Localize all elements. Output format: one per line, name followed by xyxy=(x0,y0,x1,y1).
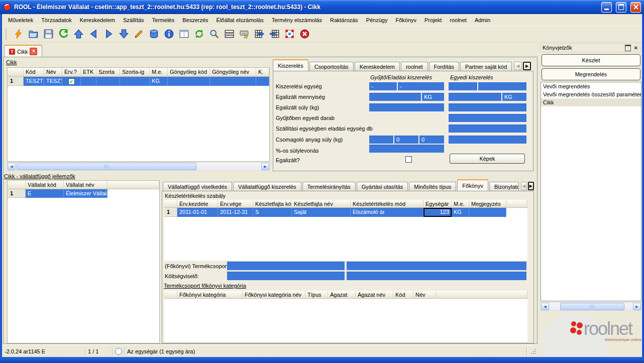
menu-item-szallitas[interactable]: Szállítás xyxy=(119,16,148,25)
toolbar-database-button[interactable] xyxy=(147,28,160,41)
field-gyujto-csomagolo-3[interactable]: 0 xyxy=(419,136,444,144)
tab-csoportositas[interactable]: Csoportosítás xyxy=(309,62,354,71)
cikk-grid-row[interactable]: 1 TESZT TESZT ✓ KG xyxy=(8,77,269,86)
cell-keszletfajta-nev[interactable]: Saját xyxy=(292,208,351,217)
cell-me[interactable]: KG xyxy=(452,208,469,217)
tab-roolnet[interactable]: roolnet xyxy=(401,62,428,71)
col-keszletfajta-nev[interactable]: Készletfajta név xyxy=(292,200,351,208)
cell-erv-vege[interactable]: 2011-12-31 xyxy=(218,208,253,217)
tab-vallalatfuggo-kiszereles[interactable]: Vállalatfüggő kiszerelés xyxy=(233,182,301,191)
bookmark-item-vevoi-osszesito[interactable]: Vevői megrendelés összesítő paramétere xyxy=(541,90,641,98)
tab-close-icon[interactable]: x xyxy=(30,48,37,55)
field-egyedi-me-unit[interactable]: KG xyxy=(502,93,526,101)
bookmark-item-cikk[interactable]: Cikk xyxy=(541,98,641,106)
menu-item-termeny-elszamolas[interactable]: Termény elszámolás xyxy=(268,16,326,25)
field-gyujto-egalizalt-suly[interactable] xyxy=(369,103,444,111)
kategoria-grid[interactable]: Főkönyvi kategória Főkönyvi kategória né… xyxy=(164,291,527,342)
toolbar-lightning-sync-button[interactable] xyxy=(12,28,25,41)
field-egyedi-darab[interactable] xyxy=(449,114,526,122)
col-erv[interactable]: Érv.? xyxy=(62,68,81,77)
cell-megjegyzes[interactable] xyxy=(469,208,506,217)
toolbar-info-button[interactable] xyxy=(162,28,175,41)
col-vallalat-kod[interactable]: Vállalat kód xyxy=(26,181,64,189)
toolbar-edit-button[interactable] xyxy=(132,28,145,41)
tab-termelesiranyitas[interactable]: Termelésirányítás xyxy=(302,182,356,191)
checkbox-checked-icon[interactable]: ✓ xyxy=(68,78,75,85)
tab-gyartasi-utasitas[interactable]: Gyártási utasítás xyxy=(357,182,408,191)
col-agazat[interactable]: Ágazat xyxy=(328,291,356,299)
keszletertekeles-grid-row[interactable]: 1 2011-01-01 2011-12-31 S Saját Elszámol… xyxy=(164,208,527,217)
field-gyujto-csomagolo-2[interactable]: 0 xyxy=(394,136,418,144)
toolbar-grip[interactable] xyxy=(5,28,8,40)
col-kod[interactable]: Kód xyxy=(24,68,44,77)
toolbar-refresh-button[interactable] xyxy=(192,28,205,41)
field-gyujto-mennyiseg[interactable] xyxy=(369,93,421,101)
menu-item-admin[interactable]: Admin xyxy=(471,16,494,25)
toolbar-save-button[interactable] xyxy=(42,28,55,41)
col-szorta[interactable]: Szorta xyxy=(96,68,120,77)
col-nev[interactable]: Név xyxy=(44,68,62,77)
col-agazat-nev[interactable]: Ágazat név xyxy=(356,291,393,299)
menu-item-kereskedelem[interactable]: Kereskedelem xyxy=(76,16,119,25)
menu-item-fokonyv[interactable]: Főkönyv xyxy=(391,16,420,25)
dock-icon[interactable] xyxy=(625,45,631,51)
toolbar-keyboard-input-button[interactable] xyxy=(238,28,251,41)
tab-minosites-tipus[interactable]: Minősítés típus xyxy=(409,182,456,191)
vallalat-grid-row[interactable]: 1 E Élelmiszer Vállalat xyxy=(8,189,159,198)
tab-bizonylatok[interactable]: Bizonylatok xyxy=(489,182,519,191)
field-gyujto-sulylevonas[interactable] xyxy=(369,145,444,153)
kepek-button[interactable]: Képek xyxy=(450,154,525,164)
vallalat-grid[interactable]: Vállalat kód Vállalat név 1 E Élelmiszer… xyxy=(7,180,160,343)
resize-grip-icon[interactable] xyxy=(529,347,538,355)
scroll-thumb[interactable] xyxy=(17,163,196,170)
toolbar-table-append-button[interactable] xyxy=(268,28,281,41)
tab-kereskedelem[interactable]: Kereskedelem xyxy=(355,62,400,71)
cell-szorta[interactable] xyxy=(96,77,120,86)
field-egyedi-egyseg-1[interactable] xyxy=(449,82,477,90)
megrendeles-button[interactable]: Megrendelés xyxy=(542,68,640,80)
cell-vallalat-kod[interactable]: E xyxy=(26,189,64,198)
col-nev[interactable]: Név xyxy=(413,291,436,299)
toolbar-stop-button[interactable] xyxy=(298,28,311,41)
col-megjegyzes[interactable]: Megjegyzés xyxy=(469,200,506,208)
col-gongyoleg-kod[interactable]: Göngyöleg kód xyxy=(168,68,210,77)
field-koltsegviselo-kod[interactable] xyxy=(227,272,345,280)
col-fokonyvi-kategoria[interactable]: Főkönyvi kategória xyxy=(177,291,243,299)
egalizalt-checkbox[interactable] xyxy=(405,156,412,163)
menu-item-muveletek[interactable]: Műveletek xyxy=(4,16,37,25)
col-me[interactable]: M.e. xyxy=(452,200,469,208)
bookmark-item-vevoi-megrendeles[interactable]: Vevői megrendelés xyxy=(541,82,641,90)
cell-me[interactable]: KG xyxy=(150,77,168,86)
cell-keszletertekeles-mod[interactable]: Elszámoló ár xyxy=(351,208,423,217)
toolbar-first-record-button[interactable] xyxy=(72,28,85,41)
tab-vallalatfuggo-viselkedes[interactable]: Vállalatfüggő viselkedés xyxy=(163,182,232,191)
tab-forditas[interactable]: Fordítás xyxy=(429,62,459,71)
cell-gongyoleg-nev[interactable] xyxy=(210,77,256,86)
field-egyedi-egalizalt-suly[interactable] xyxy=(449,103,526,111)
col-egysegar[interactable]: Egységár xyxy=(423,200,452,208)
field-gyujto-csomagolo-1[interactable] xyxy=(369,136,393,144)
scroll-left-icon[interactable]: ◀ xyxy=(541,303,549,310)
tab-scroll-right-icon[interactable]: ▶ xyxy=(523,62,531,70)
col-tipus[interactable]: Típus xyxy=(305,291,328,299)
scroll-left-icon[interactable]: ◀ xyxy=(8,163,16,170)
toolbar-window-layout-button[interactable] xyxy=(177,28,190,41)
termekcsoport-kategoria-link[interactable]: Termékcsoport főkönyvi kategória xyxy=(164,283,246,289)
menu-item-roolnet[interactable]: roolnet xyxy=(446,16,471,25)
cikk-grid[interactable]: Kód Név Érv.? ETK Szorta Szorta-ig M.e. … xyxy=(7,67,270,162)
col-kod[interactable]: Kód xyxy=(393,291,413,299)
menu-item-raktarozas[interactable]: Raktározás xyxy=(326,16,362,25)
cell-nev[interactable]: TESZT xyxy=(44,77,62,86)
field-gyujto-egyseg-1[interactable]: - xyxy=(369,82,397,90)
document-tab-cikk[interactable]: T Cikk x xyxy=(4,45,42,57)
scroll-right-icon[interactable]: ▶ xyxy=(633,303,641,310)
cell-vallalat-nev[interactable]: Élelmiszer Vállalat xyxy=(64,189,108,198)
toolbar-undo-button[interactable] xyxy=(57,28,70,41)
scroll-thumb[interactable] xyxy=(560,303,624,310)
toolbar-table-fit-button[interactable] xyxy=(283,28,296,41)
col-keszletfajta-kod[interactable]: Készletfajta kód xyxy=(253,200,292,208)
menu-item-beszerzes[interactable]: Beszerzés xyxy=(178,16,212,25)
col-vallalat-nev[interactable]: Vállalat név xyxy=(64,181,108,189)
field-termekcsoport-nev[interactable] xyxy=(347,262,526,270)
minimize-button[interactable] xyxy=(601,2,612,13)
